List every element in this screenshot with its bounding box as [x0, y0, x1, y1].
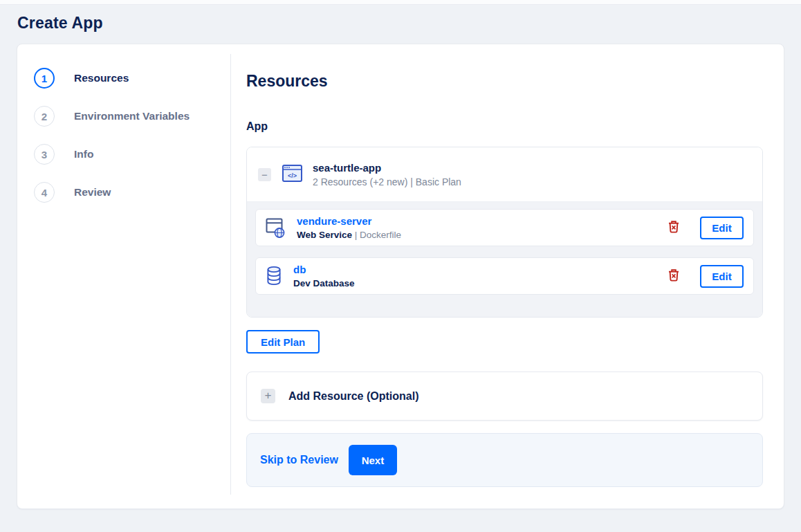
resource-text-block: db Dev Database — [293, 264, 355, 288]
step-number-circle: 3 — [34, 144, 55, 165]
resource-type: Web Service — [297, 230, 352, 240]
step-label: Environment Variables — [74, 110, 190, 122]
app-window-code-icon: </> — [282, 163, 303, 187]
resource-type: Dev Database — [293, 278, 355, 288]
step-info[interactable]: 3 Info — [34, 144, 231, 165]
skip-to-review-link[interactable]: Skip to Review — [260, 454, 338, 466]
step-content: Resources App − </> — [231, 44, 784, 508]
app-title-block: sea-turtle-app 2 Resources (+2 new) | Ba… — [313, 162, 461, 187]
plus-icon: + — [261, 389, 275, 403]
step-number-circle: 1 — [34, 68, 55, 89]
svg-text:</>: </> — [288, 172, 297, 178]
resource-name-link[interactable]: db — [293, 264, 306, 275]
app-section-label: App — [246, 120, 763, 133]
trash-icon — [668, 220, 679, 235]
web-service-icon — [266, 217, 286, 239]
edit-resource-button[interactable]: Edit — [700, 265, 744, 288]
step-label: Info — [74, 148, 93, 160]
resource-meta: Web Service | Dockerfile — [297, 230, 401, 240]
next-button[interactable]: Next — [349, 445, 397, 475]
add-resource-label: Add Resource (Optional) — [288, 390, 418, 403]
add-resource-section[interactable]: + Add Resource (Optional) — [246, 372, 763, 421]
wizard-footer: Skip to Review Next — [246, 433, 763, 487]
content-heading: Resources — [246, 72, 763, 91]
app-card-header: − </> sea-turtle-app 2 Resources (+2 new… — [247, 147, 762, 202]
edit-resource-button[interactable]: Edit — [700, 217, 744, 239]
app-name: sea-turtle-app — [313, 162, 461, 174]
resource-source: | Dockerfile — [352, 230, 401, 240]
resource-meta: Dev Database — [293, 278, 355, 288]
step-review[interactable]: 4 Review — [34, 182, 231, 203]
app-subtitle: 2 Resources (+2 new) | Basic Plan — [313, 176, 461, 187]
step-number-circle: 2 — [34, 106, 55, 127]
resource-text-block: vendure-server Web Service | Dockerfile — [297, 215, 401, 240]
app-card: − </> sea-turtle-app 2 Resources (+2 new… — [246, 147, 763, 318]
step-label: Review — [74, 186, 111, 199]
wizard-stepper: 1 Resources 2 Environment Variables 3 In… — [17, 44, 231, 508]
app-resource-list: vendure-server Web Service | Dockerfile — [247, 202, 762, 317]
minus-icon: − — [261, 169, 268, 181]
database-icon — [266, 265, 282, 287]
create-app-wizard-card: 1 Resources 2 Environment Variables 3 In… — [17, 44, 784, 509]
step-number-circle: 4 — [34, 182, 55, 203]
collapse-app-button[interactable]: − — [258, 168, 271, 181]
trash-icon — [668, 268, 679, 284]
page-title: Create App — [17, 14, 801, 33]
edit-plan-button[interactable]: Edit Plan — [246, 330, 320, 354]
delete-resource-button[interactable] — [667, 267, 681, 285]
step-environment-variables[interactable]: 2 Environment Variables — [34, 106, 231, 127]
top-strip — [0, 0, 801, 5]
resource-row-db: db Dev Database — [255, 257, 754, 295]
resource-row-vendure-server: vendure-server Web Service | Dockerfile — [255, 209, 754, 246]
step-label: Resources — [74, 72, 129, 84]
step-resources[interactable]: 1 Resources — [34, 68, 231, 89]
resource-name-link[interactable]: vendure-server — [297, 215, 371, 227]
delete-resource-button[interactable] — [667, 219, 681, 237]
